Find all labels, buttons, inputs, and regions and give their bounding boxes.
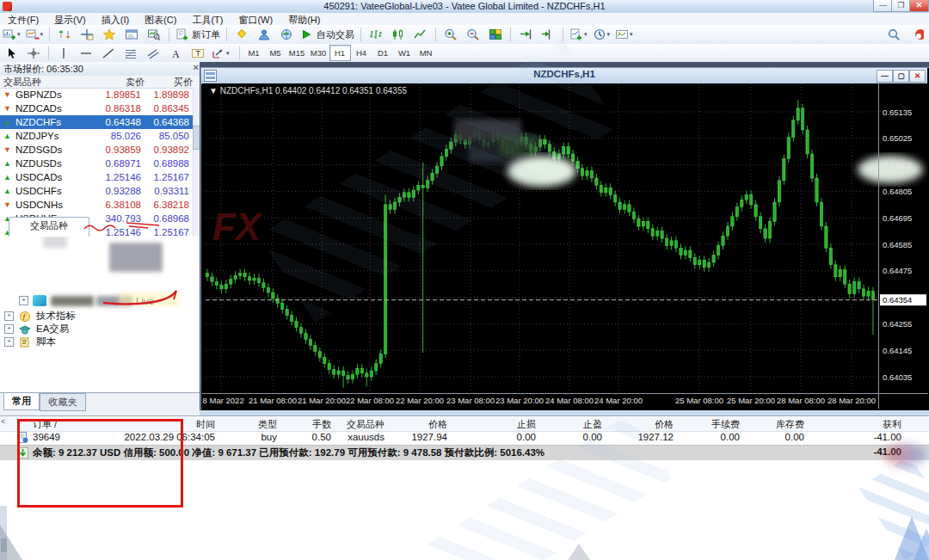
zoom-in-icon[interactable] [440, 26, 461, 43]
templates-icon[interactable]: ▾ [613, 26, 635, 43]
tree-node-技术指标[interactable]: +f技术指标 [4, 310, 76, 323]
text-a-icon[interactable]: A [165, 45, 186, 62]
market-watch-row-USDCNHs[interactable]: ▼USDCNHs6.381086.38218 [0, 198, 193, 212]
indicators-icon[interactable]: ▾ [568, 26, 589, 43]
market-watch-row-USDCHFs[interactable]: ▲USDCHFs0.932880.93311 [0, 184, 193, 198]
tree-label: 脚本 [36, 335, 56, 348]
metaeditor-icon[interactable] [231, 26, 252, 43]
minimize-button[interactable]: — [873, 0, 893, 12]
svg-text:0.65025: 0.65025 [883, 133, 912, 143]
terminal-col-5[interactable]: 价格 [370, 418, 447, 431]
market-watch-row-USDCADs[interactable]: ▲USDCADs1.251461.25167 [0, 170, 193, 184]
crosshair-icon[interactable] [23, 45, 44, 62]
timeframe-H4[interactable]: H4 [351, 45, 372, 61]
search-icon[interactable] [883, 26, 904, 43]
market-watch-symbols-tab[interactable]: 交易品种 [9, 217, 89, 237]
menu-显示[interactable]: 显示(V) [46, 13, 94, 25]
svg-text:0.64475: 0.64475 [883, 266, 912, 275]
bar-chart-icon[interactable] [366, 26, 386, 43]
shapes-icon[interactable]: ▾ [210, 45, 231, 62]
timeframe-M1[interactable]: M1 [243, 45, 265, 61]
svg-text:22 Mar 20:00: 22 Mar 20:00 [396, 396, 444, 405]
text-label-icon[interactable]: T [188, 45, 208, 62]
periods-icon[interactable]: ▾ [591, 26, 612, 43]
chat-orb-icon[interactable] [907, 26, 927, 43]
ea-icon [18, 323, 32, 335]
terminal-icon[interactable] [121, 26, 142, 43]
candlestick-icon[interactable] [388, 26, 409, 43]
fibo-icon[interactable] [120, 45, 141, 62]
terminal-col-7[interactable]: 止盈 [525, 418, 602, 431]
expand-icon[interactable]: + [4, 311, 14, 321]
data-window-icon[interactable] [77, 26, 97, 43]
ask-price: 6.38218 [153, 198, 189, 212]
market-watch-row-NZDUSDs[interactable]: ▲NZDUSDs0.689710.68988 [0, 157, 193, 170]
strategy-tester-icon[interactable] [144, 26, 164, 43]
chart-window-titlebar[interactable]: NZDCHFs,H1 — ▢ ✕ [201, 68, 927, 84]
market-watch-header: 市场报价: 06:35:30 ✕ [0, 62, 200, 77]
expand-icon[interactable]: + [4, 337, 14, 347]
timeframe-H1[interactable]: H1 [329, 45, 351, 61]
restore-button[interactable]: ❐ [891, 0, 911, 12]
channel-icon[interactable] [143, 45, 163, 62]
autotrading-button[interactable]: 自动交易 [298, 26, 356, 43]
expand-icon[interactable]: + [4, 324, 14, 334]
tree-node-EA交易[interactable]: +EA交易 [4, 323, 69, 335]
svg-text:0.64354: 0.64354 [883, 295, 912, 305]
market-watch-row-NZDJPYs[interactable]: ▲NZDJPYs85.02685.050 [0, 129, 193, 143]
bid-price: 1.89851 [105, 88, 141, 102]
timeframe-W1[interactable]: W1 [394, 45, 415, 61]
timeframe-M5[interactable]: M5 [265, 45, 286, 61]
new-chart-icon[interactable]: ▾ [1, 26, 22, 43]
symbol-name: USDCHFs [15, 184, 62, 198]
new-order-button[interactable]: 新订单 [174, 26, 222, 43]
tile-windows-icon[interactable] [485, 26, 506, 43]
profiles-icon[interactable]: ▾ [24, 26, 46, 43]
candlestick-chart[interactable]: FX0.651350.650250.649150.648050.646950.6… [202, 83, 928, 409]
market-watch-row-NZDSGDs[interactable]: ▼NZDSGDs0.938590.93892 [0, 143, 193, 157]
market-watch-row-GBPNZDs[interactable]: ▼GBPNZDs1.898511.89898 [0, 88, 193, 102]
terminal-col-11[interactable]: 获利 [824, 418, 901, 431]
menu-图表[interactable]: 图表(C) [137, 13, 184, 25]
navigator-icon[interactable] [99, 26, 120, 43]
market-watch-row-NZDCHFs[interactable]: ▲NZDCHFs0.643480.64368 [0, 115, 193, 129]
navigator-tab-收藏夹[interactable]: 收藏夹 [40, 393, 86, 411]
chart-restore-button[interactable]: ▢ [893, 70, 909, 83]
chart-minimize-button[interactable]: — [877, 70, 893, 83]
chart-canvas[interactable]: FX0.651350.650250.649150.648050.646950.6… [202, 83, 928, 409]
terminal-col-10[interactable]: 库存费 [727, 418, 804, 431]
line-chart-icon[interactable] [410, 26, 431, 43]
svg-text:0.65135: 0.65135 [883, 108, 912, 117]
market-watch-icon[interactable] [54, 26, 75, 43]
terminal-collapse-arrow[interactable]: < [1, 417, 5, 426]
close-button[interactable]: ✕ [909, 0, 929, 12]
timeframe-M15[interactable]: M15 [286, 45, 308, 61]
toolbar-separator [563, 28, 563, 41]
market-watch-close-icon[interactable]: ✕ [193, 63, 200, 72]
tree-node-脚本[interactable]: +脚本 [4, 335, 56, 348]
chart-shift-icon[interactable] [538, 26, 558, 43]
navigator-tab-常用[interactable]: 常用 [3, 393, 40, 410]
menu-窗口[interactable]: 窗口(W) [231, 13, 280, 25]
market-watch-row-NZDCADs[interactable]: ▼NZDCADs0.863180.86345 [0, 102, 193, 115]
timeframe-MN[interactable]: MN [415, 45, 437, 61]
timeframe-D1[interactable]: D1 [372, 45, 394, 61]
auto-scroll-icon[interactable] [515, 26, 536, 43]
chart-close-button[interactable]: ✕ [909, 70, 926, 83]
web-icon[interactable] [276, 26, 297, 43]
vline-icon[interactable] [53, 45, 74, 62]
community-icon[interactable] [254, 26, 274, 43]
menu-工具[interactable]: 工具(T) [184, 13, 231, 25]
zoom-out-icon[interactable] [463, 26, 483, 43]
menu-插入[interactable]: 插入(I) [94, 13, 137, 25]
timeframe-M30[interactable]: M30 [308, 45, 329, 61]
tree-node-account[interactable]: + Live [19, 294, 154, 307]
menu-帮助[interactable]: 帮助(H) [280, 13, 328, 25]
svg-text:A: A [172, 47, 180, 59]
cursor-icon[interactable] [1, 45, 22, 62]
hline-icon[interactable] [76, 45, 96, 62]
menu-文件[interactable]: 文件(F) [0, 13, 46, 25]
left-edge-strip [0, 506, 7, 560]
trendline-icon[interactable] [98, 45, 119, 62]
expand-icon[interactable]: + [19, 296, 28, 305]
